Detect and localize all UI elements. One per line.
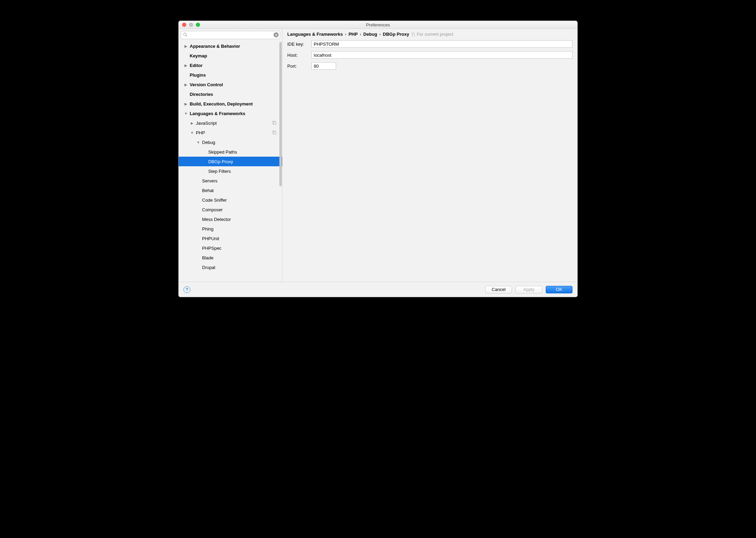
tree-item[interactable]: Drupal [179,262,282,272]
tree-item[interactable]: Code Sniffer [179,195,282,205]
window-title: Preferences [179,22,577,27]
tree-item-label: Composer [202,207,223,212]
settings-tree[interactable]: ▶Appearance & BehaviorKeymap▶EditorPlugi… [179,41,282,282]
tree-item[interactable]: Directories [179,89,282,99]
chevron-down-icon[interactable]: ▼ [190,131,194,135]
search-icon [183,32,188,37]
tree-item-label: DBGp Proxy [208,159,233,164]
close-window-button[interactable] [182,23,186,27]
tree-item-label: PHPUnit [202,236,219,241]
tree-item[interactable]: Blade [179,253,282,262]
tree-item-label: Step Filters [208,169,231,174]
project-scope-icon [272,121,277,125]
crumb-0: Languages & Frameworks [287,32,343,37]
tree-item[interactable]: ▼Languages & Frameworks [179,109,282,118]
tree-item-label: JavaScript [196,121,217,126]
tree-item-label: Appearance & Behavior [190,44,240,49]
main-panel: Languages & Frameworks › PHP › Debug › D… [282,29,577,282]
tree-item[interactable]: Plugins [179,70,282,80]
preferences-window: Preferences ▶Appearance & BehaviorKeymap… [178,21,578,297]
tree-item-label: Blade [202,255,213,260]
svg-rect-7 [274,132,276,134]
chevron-right-icon[interactable]: ▶ [190,121,194,125]
tree-item-label: Mess Detector [202,217,231,222]
tree-item-label: Version Control [190,82,223,87]
tree-item-label: Debug [202,140,215,145]
tree-item[interactable]: Composer [179,205,282,214]
svg-rect-9 [413,33,415,36]
tree-item[interactable]: Behat [179,186,282,195]
copy-scope-icon [411,32,415,36]
tree-item[interactable]: ▼PHP [179,128,282,137]
cancel-button[interactable]: Cancel [485,286,512,293]
tree-item[interactable]: DBGp Proxy [179,157,282,166]
sidebar: ▶Appearance & BehaviorKeymap▶EditorPlugi… [179,29,282,282]
svg-point-0 [184,33,186,36]
settings-form: IDE key: Host: Port: [282,40,577,74]
window-controls [182,23,200,27]
crumb-sep: › [345,32,346,37]
port-input[interactable] [311,62,336,70]
tree-item-label: Editor [190,63,203,68]
tree-item-label: Skipped Paths [208,149,237,155]
tree-item-label: Drupal [202,265,215,270]
scope-hint: For current project [411,32,453,37]
tree-item[interactable]: Phing [179,224,282,234]
tree-item[interactable]: ▼Debug [179,137,282,147]
svg-rect-5 [274,122,276,125]
host-label: Host: [287,53,311,58]
tree-item[interactable]: Mess Detector [179,214,282,224]
host-input[interactable] [311,51,572,59]
tree-item[interactable]: ▶Editor [179,60,282,70]
zoom-window-button[interactable] [196,23,200,27]
crumb-sep: › [360,32,361,37]
window-body: ▶Appearance & BehaviorKeymap▶EditorPlugi… [179,29,577,282]
help-button[interactable]: ? [184,286,190,293]
tree-item[interactable]: PHPUnit [179,234,282,243]
tree-item[interactable]: Keymap [179,51,282,60]
tree-item-label: Languages & Frameworks [190,111,245,116]
crumb-2: Debug [363,32,377,37]
tree-item-label: Build, Execution, Deployment [190,101,253,107]
ide-key-label: IDE key: [287,42,311,47]
tree-item-label: Keymap [190,53,207,58]
chevron-right-icon[interactable]: ▶ [184,102,188,106]
tree-item-label: Directories [190,92,213,97]
chevron-right-icon[interactable]: ▶ [184,83,188,87]
tree-item[interactable]: ▶JavaScript [179,118,282,128]
crumb-1: PHP [348,32,358,37]
apply-button[interactable]: Apply [515,286,542,293]
tree-item[interactable]: ▶Version Control [179,80,282,89]
tree-item-label: Plugins [190,72,206,78]
ok-button[interactable]: OK [546,286,572,293]
breadcrumb: Languages & Frameworks › PHP › Debug › D… [282,29,577,40]
tree-item[interactable]: Step Filters [179,166,282,176]
chevron-down-icon[interactable]: ▼ [184,112,188,115]
tree-item[interactable]: Skipped Paths [179,147,282,157]
minimize-window-button[interactable] [189,23,193,27]
tree-item[interactable]: ▶Appearance & Behavior [179,41,282,51]
tree-scrollbar[interactable] [279,42,282,186]
port-label: Port: [287,64,311,69]
tree-item-label: Behat [202,188,214,193]
footer: ? Cancel Apply OK [179,282,577,297]
tree-item-label: Phing [202,226,213,232]
tree-item-label: PHPSpec [202,246,221,251]
tree-item[interactable]: PHPSpec [179,243,282,253]
tree-item-label: Servers [202,178,218,183]
chevron-right-icon[interactable]: ▶ [184,64,188,67]
svg-line-1 [186,35,187,36]
clear-search-icon[interactable] [274,32,279,37]
ide-key-input[interactable] [311,40,572,48]
titlebar: Preferences [179,21,577,29]
search-field-wrap [181,31,280,39]
tree-item-label: Code Sniffer [202,198,227,203]
tree-item[interactable]: ▶Build, Execution, Deployment [179,99,282,109]
tree-item[interactable]: Servers [179,176,282,186]
search-input[interactable] [181,31,280,39]
chevron-right-icon[interactable]: ▶ [184,44,188,48]
project-scope-icon [272,130,277,135]
crumb-sep: › [379,32,381,37]
chevron-down-icon[interactable]: ▼ [197,141,200,144]
crumb-3: DBGp Proxy [383,32,409,37]
